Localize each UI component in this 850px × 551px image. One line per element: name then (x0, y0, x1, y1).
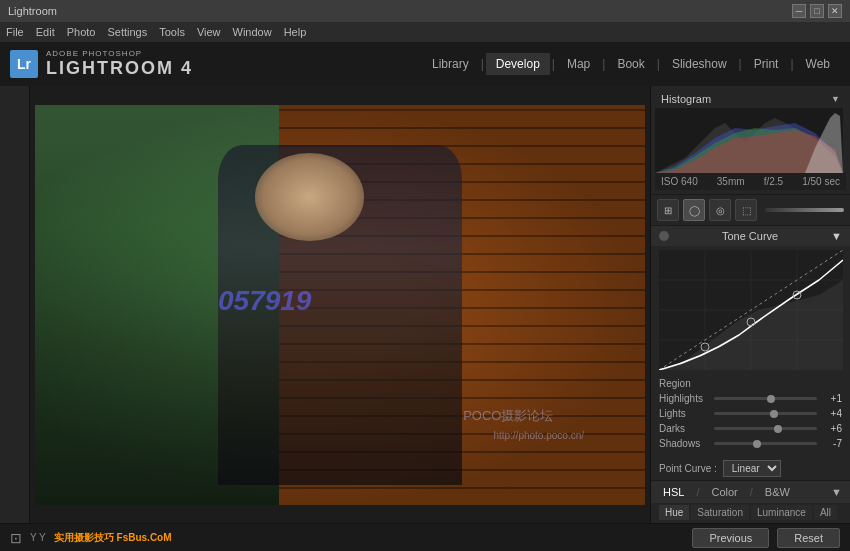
menu-bar: File Edit Photo Settings Tools View Wind… (0, 22, 850, 42)
nav-sep-5: | (739, 57, 742, 71)
nav-library[interactable]: Library (422, 53, 479, 75)
view-toggle: Y Y (30, 532, 46, 543)
histogram-chart (655, 108, 843, 173)
hsl-tab-color[interactable]: Color (707, 484, 741, 500)
histogram-section: Histogram ▼ (651, 86, 850, 195)
hsl-sub-saturation[interactable]: Saturation (691, 505, 749, 520)
photo-face (255, 153, 365, 241)
tool-crop[interactable]: ⬚ (735, 199, 757, 221)
menu-file[interactable]: File (6, 26, 24, 38)
bottom-watermark: 实用摄影技巧 FsBus.CoM (54, 531, 172, 545)
tone-curve-chevron: ▼ (831, 230, 842, 242)
watermark-poco: POCO摄影论坛 (463, 407, 553, 425)
nav-sep-1: | (481, 57, 484, 71)
lights-value: +4 (817, 408, 842, 419)
highlights-value: +1 (817, 393, 842, 404)
hsl-tab-bw[interactable]: B&W (761, 484, 794, 500)
hsl-section: HSL / Color / B&W ▼ Hue Saturation Lumin… (651, 481, 850, 523)
darks-thumb[interactable] (774, 425, 782, 433)
hsl-sub-hue[interactable]: Hue (659, 505, 689, 520)
app-logo: Lr ADOBE PHOTOSHOP LIGHTROOM 4 (10, 49, 193, 79)
highlights-row: Highlights +1 (659, 393, 842, 404)
nav-develop[interactable]: Develop (486, 53, 550, 75)
photo-area: 057919 POCO摄影论坛 http://photo.poco.cn/ (30, 86, 650, 523)
lights-track[interactable] (714, 412, 817, 415)
menu-edit[interactable]: Edit (36, 26, 55, 38)
hsl-tabs: HSL / Color / B&W ▼ (651, 481, 850, 503)
menu-photo[interactable]: Photo (67, 26, 96, 38)
shadows-thumb[interactable] (753, 440, 761, 448)
highlights-track[interactable] (714, 397, 817, 400)
darks-label: Darks (659, 423, 714, 434)
reset-button[interactable]: Reset (777, 528, 840, 548)
tone-curve-label: Tone Curve (722, 230, 778, 242)
nav-map[interactable]: Map (557, 53, 600, 75)
nav-sep-2: | (552, 57, 555, 71)
nav-slideshow[interactable]: Slideshow (662, 53, 737, 75)
app-name: LIGHTROOM 4 (46, 58, 193, 79)
tool-circle[interactable]: ◯ (683, 199, 705, 221)
hsl-sub-all[interactable]: All (814, 505, 837, 520)
menu-view[interactable]: View (197, 26, 221, 38)
bottom-left: ⊡ Y Y 实用摄影技巧 FsBus.CoM (10, 530, 172, 546)
hsl-tab-hsl[interactable]: HSL (659, 484, 688, 500)
point-curve-select[interactable]: Linear (723, 460, 781, 477)
adobe-label: ADOBE PHOTOSHOP (46, 49, 193, 58)
previous-button[interactable]: Previous (692, 528, 769, 548)
histogram-header: Histogram ▼ (655, 90, 846, 108)
menu-window[interactable]: Window (233, 26, 272, 38)
maximize-button[interactable]: □ (810, 4, 824, 18)
highlights-thumb[interactable] (767, 395, 775, 403)
nav-sep-4: | (657, 57, 660, 71)
tools-row: ⊞ ◯ ◎ ⬚ (651, 195, 850, 226)
window-title: Lightroom (8, 5, 792, 17)
window-controls: ─ □ ✕ (792, 4, 842, 18)
zoom-icon: ⊡ (10, 530, 22, 546)
watermark-main: 057919 (218, 285, 311, 317)
region-sliders: Region Highlights +1 Lights +4 (651, 374, 850, 457)
shadows-track[interactable] (714, 442, 817, 445)
meta-aperture: f/2.5 (764, 176, 783, 187)
darks-track[interactable] (714, 427, 817, 430)
hsl-chevron: ▼ (831, 486, 842, 498)
histogram-chevron[interactable]: ▼ (831, 94, 840, 104)
logo-badge: Lr (10, 50, 38, 78)
menu-settings[interactable]: Settings (107, 26, 147, 38)
tone-curve-header[interactable]: Tone Curve ▼ (651, 226, 850, 246)
shadows-row: Shadows -7 (659, 438, 842, 449)
close-button[interactable]: ✕ (828, 4, 842, 18)
menu-help[interactable]: Help (284, 26, 307, 38)
point-curve-row: Point Curve : Linear (651, 457, 850, 480)
right-panel: Histogram ▼ (650, 86, 850, 523)
tone-curve-graph (659, 250, 843, 370)
darks-value: +6 (817, 423, 842, 434)
tools-slider[interactable] (765, 208, 844, 212)
top-header: Lr ADOBE PHOTOSHOP LIGHTROOM 4 Library |… (0, 42, 850, 86)
watermark-url: http://photo.poco.cn/ (493, 430, 584, 441)
nav-web[interactable]: Web (796, 53, 840, 75)
tool-target[interactable]: ◎ (709, 199, 731, 221)
top-navigation: Library | Develop | Map | Book | Slidesh… (422, 53, 840, 75)
histogram-label: Histogram (661, 93, 711, 105)
tone-curve-section: Tone Curve ▼ (651, 226, 850, 481)
shadows-value: -7 (817, 438, 842, 449)
meta-iso: ISO 640 (661, 176, 698, 187)
photo-meta: ISO 640 35mm f/2.5 1/50 sec (655, 173, 846, 190)
nav-print[interactable]: Print (744, 53, 789, 75)
left-panel (0, 86, 30, 523)
menu-tools[interactable]: Tools (159, 26, 185, 38)
hsl-sub-tabs: Hue Saturation Luminance All (651, 503, 850, 522)
minimize-button[interactable]: ─ (792, 4, 806, 18)
shadows-label: Shadows (659, 438, 714, 449)
lights-thumb[interactable] (770, 410, 778, 418)
hsl-sub-luminance[interactable]: Luminance (751, 505, 812, 520)
main-area: 057919 POCO摄影论坛 http://photo.poco.cn/ Hi… (0, 86, 850, 523)
histogram-canvas (655, 108, 843, 173)
photo-container: 057919 POCO摄影论坛 http://photo.poco.cn/ (35, 105, 645, 505)
nav-book[interactable]: Book (607, 53, 654, 75)
tool-grid[interactable]: ⊞ (657, 199, 679, 221)
point-curve-label: Point Curve : (659, 463, 717, 474)
lights-label: Lights (659, 408, 714, 419)
darks-row: Darks +6 (659, 423, 842, 434)
meta-shutter: 1/50 sec (802, 176, 840, 187)
